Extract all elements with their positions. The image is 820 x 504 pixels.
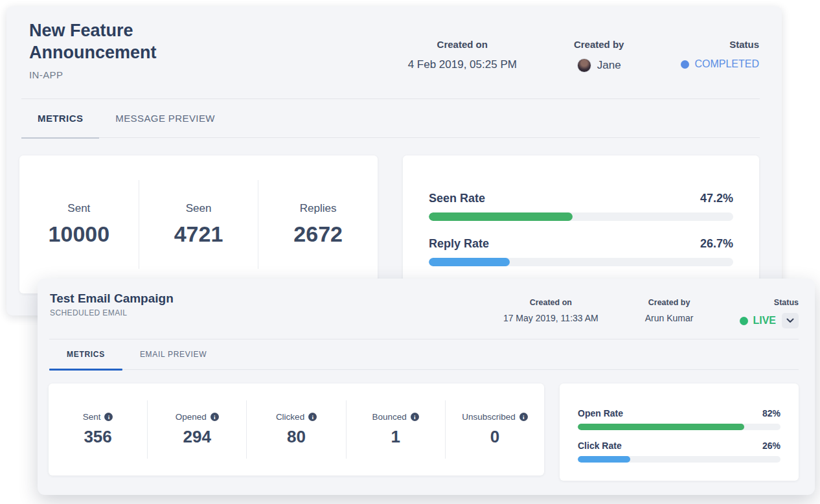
open-rate-fill <box>578 424 744 430</box>
click-rate-track <box>578 456 780 463</box>
inapp-meta: Created on 4 Feb 2019, 05:25 PM Created … <box>408 19 759 73</box>
chevron-down-icon <box>786 318 794 323</box>
metric-sent: Sent 10000 <box>19 155 139 293</box>
metric-bounced-label: Bounced i <box>372 412 419 422</box>
status-text: COMPLETED <box>694 58 759 70</box>
created-by-label: Created by <box>574 39 624 50</box>
label-text: Bounced <box>372 412 407 422</box>
reply-rate-label: Reply Rate <box>429 237 489 251</box>
tab-metrics[interactable]: METRICS <box>21 99 99 137</box>
info-icon[interactable]: i <box>104 413 113 421</box>
campaign-type-label: SCHEDULED EMAIL <box>50 308 174 317</box>
created-by-value: Jane <box>577 58 621 73</box>
status-dot-icon <box>740 317 748 325</box>
tab-email-preview[interactable]: EMAIL PREVIEW <box>122 339 224 369</box>
created-on-label: Created on <box>437 39 488 50</box>
tab-message-preview-label: MESSAGE PREVIEW <box>115 113 215 124</box>
status-block: Status LIVE <box>740 298 799 328</box>
email-tabs: METRICS EMAIL PREVIEW <box>49 339 799 370</box>
info-icon[interactable]: i <box>308 413 317 421</box>
metric-unsubscribed: Unsubscribed i 0 <box>446 384 544 475</box>
status-text: LIVE <box>753 315 776 326</box>
open-rate-label: Open Rate <box>578 408 623 418</box>
seen-rate-track <box>429 212 733 221</box>
metric-clicked: Clicked i 80 <box>247 384 345 475</box>
active-tab-underline <box>21 137 99 139</box>
seen-rate-fill <box>429 212 573 221</box>
email-campaign-card: Test Email Campaign SCHEDULED EMAIL Crea… <box>38 279 815 495</box>
metric-opened: Opened i 294 <box>148 384 246 475</box>
inapp-metrics-panel: Sent 10000 Seen 4721 Replies 2672 <box>19 155 378 293</box>
seen-rate-group: Seen Rate 47.2% <box>429 192 733 221</box>
metric-sent-label: Sent i <box>83 412 113 422</box>
open-rate-group: Open Rate 82% <box>578 408 780 430</box>
creator-name: Jane <box>597 59 621 72</box>
created-on-value: 4 Feb 2019, 05:25 PM <box>408 58 517 71</box>
click-rate-group: Click Rate 26% <box>578 441 780 463</box>
metric-seen: Seen 4721 <box>139 155 258 293</box>
click-rate-fill <box>578 456 630 463</box>
tab-metrics[interactable]: METRICS <box>49 339 122 369</box>
reply-rate-track <box>429 258 733 266</box>
tab-metrics-label: METRICS <box>67 350 105 359</box>
metric-sent: Sent i 356 <box>49 384 147 475</box>
reply-rate-value: 26.7% <box>700 237 733 251</box>
click-rate-label: Click Rate <box>578 441 622 451</box>
metric-sent-value: 356 <box>84 427 111 447</box>
metric-replies-label: Replies <box>300 202 337 215</box>
metric-bounced-value: 1 <box>391 427 400 447</box>
created-by-block: Created by Jane <box>574 39 624 73</box>
created-by-block: Created by Arun Kumar <box>645 298 694 323</box>
metric-opened-value: 294 <box>183 427 211 447</box>
active-tab-underline <box>49 369 122 371</box>
created-on-label: Created on <box>530 298 572 307</box>
status-value: LIVE <box>740 313 799 328</box>
metric-unsubscribed-label: Unsubscribed i <box>462 412 528 422</box>
created-on-block: Created on 17 May 2019, 11:33 AM <box>503 298 598 323</box>
tab-message-preview[interactable]: MESSAGE PREVIEW <box>99 99 231 137</box>
campaign-title: Test Email Campaign <box>50 292 174 306</box>
open-rate-value: 82% <box>762 408 780 418</box>
seen-rate-label: Seen Rate <box>429 192 485 205</box>
tab-metrics-label: METRICS <box>38 113 83 124</box>
metric-unsubscribed-value: 0 <box>490 427 499 447</box>
campaign-title: New Feature Announcement <box>29 19 243 63</box>
reply-rate-group: Reply Rate 26.7% <box>429 237 733 266</box>
metric-clicked-label: Clicked i <box>276 412 317 422</box>
email-metrics-panel: Sent i 356 Opened i 294 Clicked <box>49 384 544 475</box>
seen-rate-value: 47.2% <box>700 192 733 205</box>
email-card-header: Test Email Campaign SCHEDULED EMAIL Crea… <box>38 279 815 328</box>
metric-sent-label: Sent <box>67 202 90 215</box>
label-text: Clicked <box>276 412 304 422</box>
info-icon[interactable]: i <box>211 413 219 421</box>
inapp-rates-panel: Seen Rate 47.2% Reply Rate 26.7% <box>403 155 759 293</box>
inapp-campaign-card: New Feature Announcement IN-APP Created … <box>6 6 782 315</box>
created-on-value: 17 May 2019, 11:33 AM <box>503 313 598 323</box>
created-on-block: Created on 4 Feb 2019, 05:25 PM <box>408 39 517 71</box>
status-value: COMPLETED <box>681 58 759 70</box>
metric-seen-value: 4721 <box>174 222 223 247</box>
metric-seen-label: Seen <box>186 202 212 215</box>
label-text: Opened <box>176 412 207 422</box>
email-title-block: Test Email Campaign SCHEDULED EMAIL <box>50 292 174 317</box>
inapp-tabs: METRICS MESSAGE PREVIEW <box>21 99 760 138</box>
info-icon[interactable]: i <box>519 413 528 421</box>
label-text: Unsubscribed <box>462 412 516 422</box>
click-rate-value: 26% <box>762 441 780 451</box>
created-by-value: Arun Kumar <box>645 313 694 323</box>
metric-bounced: Bounced i 1 <box>347 384 445 475</box>
label-text: Sent <box>83 412 101 422</box>
status-dropdown-button[interactable] <box>782 313 799 328</box>
created-by-label: Created by <box>648 298 690 307</box>
email-meta: Created on 17 May 2019, 11:33 AM Created… <box>503 292 799 328</box>
email-rates-panel: Open Rate 82% Click Rate 26% <box>560 384 799 481</box>
inapp-title-block: New Feature Announcement IN-APP <box>29 19 243 80</box>
metric-sent-value: 10000 <box>49 222 110 247</box>
status-dot-icon <box>681 60 689 69</box>
metric-clicked-value: 80 <box>287 427 306 447</box>
campaign-type-label: IN-APP <box>29 69 243 80</box>
creator-avatar <box>577 58 591 73</box>
tab-email-preview-label: EMAIL PREVIEW <box>140 350 207 359</box>
campaign-reports-stage: New Feature Announcement IN-APP Created … <box>0 0 820 504</box>
info-icon[interactable]: i <box>411 413 419 421</box>
